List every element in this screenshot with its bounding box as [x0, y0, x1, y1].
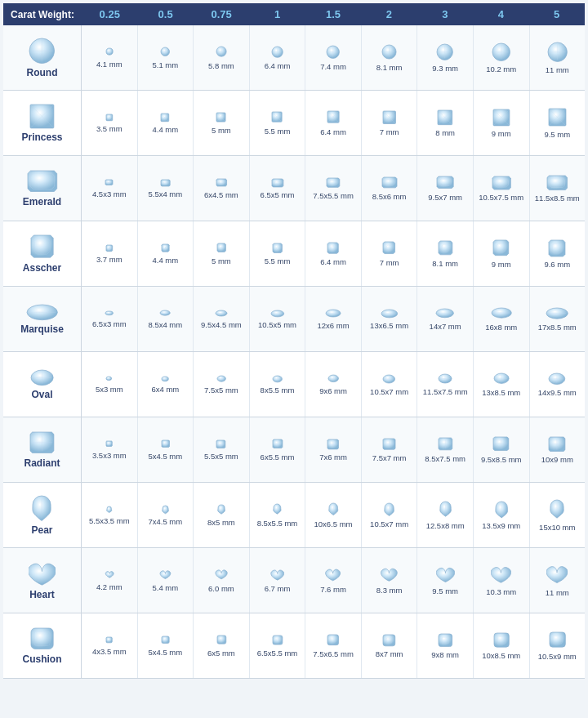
size-text-heart-6: 9.5 mm — [432, 586, 458, 595]
size-text-radiant-0: 3.5x3 mm — [92, 451, 127, 460]
size-cell-pear-8: 15x10 mm — [530, 483, 586, 547]
header-weight-2: 2 — [361, 8, 416, 20]
size-cell-marquise-5: 13x6.5 mm — [362, 287, 418, 351]
size-cell-princess-3: 5.5 mm — [250, 91, 306, 155]
size-text-round-6: 9.3 mm — [432, 64, 458, 73]
heart-diamond-3 — [270, 568, 284, 582]
size-text-pear-6: 12.5x8 mm — [426, 521, 465, 530]
pear-diamond-0 — [105, 505, 113, 514]
svg-rect-194 — [162, 636, 169, 644]
size-cell-pear-1: 7x4.5 mm — [138, 483, 194, 547]
cushion-icon — [29, 627, 55, 651]
svg-marker-94 — [439, 241, 452, 255]
size-cells-oval: 5x3 mm 6x4 mm 7.5x5 mm 8x5.5 mm 9x6 mm 1… — [82, 352, 585, 417]
size-text-marquise-8: 17x8.5 mm — [538, 323, 577, 332]
size-cell-heart-1: 5.4 mm — [138, 548, 194, 613]
size-text-pear-1: 7x4.5 mm — [148, 517, 182, 526]
size-text-pear-5: 10.5x7 mm — [370, 520, 408, 528]
size-cell-marquise-2: 9.5x4.5 mm — [194, 287, 250, 351]
size-text-radiant-1: 5x4.5 mm — [148, 452, 182, 461]
marquise-icon — [25, 303, 59, 322]
size-text-cushion-8: 10.5x9 mm — [538, 652, 577, 661]
svg-rect-198 — [273, 635, 283, 644]
size-cell-round-2: 5.8 mm — [194, 25, 250, 90]
size-text-round-7: 10.2 mm — [486, 65, 516, 74]
size-cell-radiant-2: 5.5x5 mm — [194, 417, 250, 482]
size-text-marquise-4: 12x6 mm — [317, 321, 349, 330]
asscher-diamond-3 — [271, 242, 283, 254]
size-cell-marquise-8: 17x8.5 mm — [530, 287, 586, 351]
size-text-emerald-8: 11.5x8.5 mm — [535, 194, 580, 203]
cushion-diamond-4 — [326, 633, 341, 647]
svg-marker-68 — [272, 179, 283, 187]
size-cell-princess-7: 9 mm — [474, 91, 530, 155]
oval-diamond-6 — [437, 372, 453, 385]
size-text-asscher-2: 5 mm — [212, 256, 231, 265]
svg-marker-96 — [493, 240, 509, 256]
size-cell-pear-0: 5.5x3.5 mm — [82, 483, 138, 547]
princess-diamond-2 — [215, 111, 227, 123]
svg-rect-204 — [439, 634, 452, 647]
oval-diamond-4 — [327, 373, 340, 384]
diamond-size-chart: Carat Weight: 0.250.50.7511.52345 Round … — [0, 0, 588, 682]
emerald-diamond-6 — [435, 175, 455, 190]
asscher-diamond-4 — [326, 241, 340, 255]
size-cell-oval-2: 7.5x5 mm — [194, 352, 250, 417]
shape-label-pear: Pear — [3, 483, 82, 547]
size-cell-radiant-6: 8.5x7.5 mm — [417, 417, 474, 482]
radiant-diamond-5 — [381, 437, 397, 451]
pear-diamond-5 — [383, 502, 395, 517]
size-text-asscher-0: 3.7 mm — [96, 255, 122, 264]
row-pear: Pear 5.5x3.5 mm 7x4.5 mm 8x5 mm 8.5x5.5 … — [3, 483, 585, 548]
heart-diamond-1 — [159, 569, 172, 581]
size-cell-round-8: 11 mm — [530, 25, 586, 90]
size-cell-heart-3: 6.7 mm — [250, 548, 306, 613]
size-cell-princess-6: 8 mm — [417, 91, 474, 155]
svg-rect-192 — [106, 637, 112, 643]
marquise-diamond-5 — [380, 308, 399, 319]
row-heart: Heart 4.2 mm 5.4 mm 6.0 mm 6.7 mm 7.6 mm… — [3, 548, 585, 613]
cushion-diamond-5 — [381, 633, 397, 648]
size-text-emerald-1: 5.5x4 mm — [148, 190, 182, 198]
princess-diamond-5 — [381, 109, 397, 125]
round-diamond-5 — [381, 43, 398, 60]
size-text-princess-5: 7 mm — [380, 127, 399, 136]
pear-diamond-7 — [494, 500, 509, 520]
round-diamond-3 — [270, 45, 284, 59]
princess-diamond-0 — [105, 113, 114, 123]
size-text-oval-6: 11.5x7.5 mm — [423, 387, 468, 396]
emerald-diamond-8 — [546, 174, 569, 192]
size-text-radiant-5: 7.5x7 mm — [372, 453, 407, 462]
princess-diamond-3 — [270, 110, 283, 123]
header-weight-3: 3 — [417, 8, 473, 20]
asscher-icon — [29, 234, 55, 259]
size-text-cushion-2: 6x5 mm — [207, 649, 235, 658]
size-text-marquise-2: 9.5x4.5 mm — [201, 320, 242, 329]
row-cushion: Cushion 4x3.5 mm 5x4.5 mm 6x5 mm 6.5x5.5… — [3, 613, 585, 679]
size-text-emerald-5: 8.5x6 mm — [372, 192, 407, 201]
size-cell-marquise-0: 6.5x3 mm — [82, 287, 138, 351]
size-text-heart-8: 11 mm — [546, 588, 569, 597]
princess-diamond-6 — [436, 109, 454, 127]
row-radiant: Radiant 3.5x3 mm 5x4.5 mm 5.5x5 mm 6x5.5… — [3, 417, 585, 483]
size-cell-heart-7: 10.3 mm — [474, 548, 530, 613]
asscher-diamond-2 — [216, 242, 227, 253]
shape-name-princess: Princess — [21, 132, 62, 143]
pear-diamond-6 — [439, 500, 452, 518]
size-cell-princess-4: 6.4 mm — [305, 91, 362, 155]
pear-diamond-1 — [161, 504, 170, 515]
radiant-diamond-7 — [492, 435, 510, 453]
oval-diamond-0 — [105, 375, 114, 382]
size-text-cushion-5: 8x7 mm — [376, 649, 403, 658]
size-text-oval-1: 6x4 mm — [151, 385, 179, 394]
size-text-pear-7: 13.5x9 mm — [482, 521, 520, 530]
cushion-diamond-8 — [548, 631, 567, 649]
marquise-diamond-6 — [434, 307, 455, 319]
size-cell-cushion-6: 9x8 mm — [417, 613, 474, 678]
emerald-diamond-3 — [270, 177, 285, 189]
size-text-heart-1: 5.4 mm — [153, 583, 179, 592]
svg-rect-208 — [550, 632, 565, 647]
shape-label-princess: Princess — [3, 91, 82, 155]
size-text-round-4: 7.4 mm — [320, 62, 346, 71]
size-text-marquise-7: 16x8 mm — [485, 323, 517, 332]
